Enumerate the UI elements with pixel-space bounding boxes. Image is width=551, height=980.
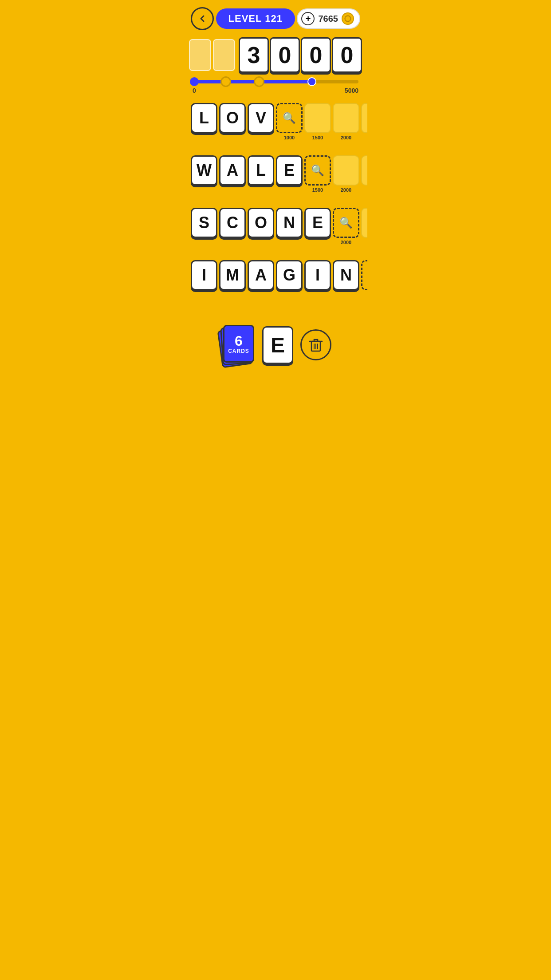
score-blank-2 — [213, 39, 235, 71]
score-digit-3: 0 — [301, 37, 331, 73]
words-grid: L O V 🔍 1000 1500 — [191, 103, 360, 309]
tile-W: W — [191, 155, 217, 194]
reveal-1000[interactable]: 🔍 1000 — [276, 103, 303, 142]
tile-M: M — [219, 260, 246, 299]
reveal-2500[interactable]: 🔍 2500 — [361, 260, 367, 299]
score-section: 3 0 0 0 — [191, 37, 360, 73]
tile-N: N — [276, 208, 303, 247]
tile-I2: I — [304, 260, 331, 299]
tile-S: S — [191, 208, 217, 247]
empty-2500-row1: 2500 — [361, 103, 367, 142]
empty-2000-row2: 2000 — [333, 155, 359, 194]
progress-labels: 0 5000 — [193, 87, 358, 94]
back-button[interactable] — [191, 7, 214, 30]
tile-L2: L — [248, 155, 274, 194]
milestone-ring-2 — [254, 76, 264, 87]
tile-A2: A — [248, 260, 274, 299]
progress-min: 0 — [193, 87, 196, 94]
progress-dot-end — [307, 77, 316, 86]
reveal-2000[interactable]: 🔍 2000 — [333, 208, 359, 247]
game-screen: LEVEL 121 + 7665 3 0 0 0 — [184, 0, 367, 379]
word-row-1: L O V 🔍 1000 1500 — [191, 103, 360, 142]
trash-button[interactable] — [300, 329, 331, 360]
cards-front: 6 CARDS — [223, 325, 254, 363]
word-row-2: W A L E 🔍 1500 2 — [191, 155, 360, 194]
progress-bar-container — [193, 80, 358, 83]
milestone-ring-1 — [220, 76, 231, 87]
score-digit-2: 0 — [270, 37, 300, 73]
header: LEVEL 121 + 7665 — [191, 7, 360, 30]
score-blank-tiles — [189, 39, 235, 71]
tile-A: A — [219, 155, 246, 194]
empty-2500-row3: 2500 — [361, 208, 367, 247]
tile-L: L — [191, 103, 217, 142]
tile-I: I — [191, 260, 217, 299]
empty-2000-row1: 2000 — [333, 103, 359, 142]
coin-count: 7665 — [318, 14, 338, 24]
tile-N2: N — [333, 260, 359, 299]
level-badge: LEVEL 121 — [216, 8, 295, 29]
score-digit-4: 0 — [332, 37, 362, 73]
bottom-area: 6 CARDS E — [191, 318, 360, 372]
progress-dot-start — [190, 77, 199, 86]
progress-bar-fill — [193, 80, 314, 83]
add-coins-button[interactable]: + — [301, 12, 315, 25]
score-blank-1 — [189, 39, 211, 71]
tile-G: G — [276, 260, 303, 299]
empty-2500-row2: 2500 — [361, 155, 367, 194]
coin-icon — [342, 12, 354, 25]
score-tiles: 3 0 0 0 — [239, 37, 362, 73]
tile-O: O — [219, 103, 246, 142]
empty-1500-row1: 1500 — [304, 103, 331, 142]
progress-section: 0 5000 — [191, 80, 360, 94]
word-row-4: I M A G I N — [191, 260, 360, 299]
tile-V: V — [248, 103, 274, 142]
coins-area: + 7665 — [297, 8, 360, 29]
tile-E: E — [276, 155, 303, 194]
cards-button[interactable]: 6 CARDS — [220, 325, 255, 365]
svg-point-1 — [346, 16, 350, 21]
reveal-1500[interactable]: 🔍 1500 — [304, 155, 331, 194]
score-digit-1: 3 — [239, 37, 269, 73]
tile-C: C — [219, 208, 246, 247]
tile-O2: O — [248, 208, 274, 247]
tile-E2: E — [304, 208, 331, 247]
progress-max: 5000 — [345, 87, 358, 94]
word-row-3: S C O N E 🔍 2000 — [191, 208, 360, 247]
letter-card-E[interactable]: E — [262, 326, 293, 364]
